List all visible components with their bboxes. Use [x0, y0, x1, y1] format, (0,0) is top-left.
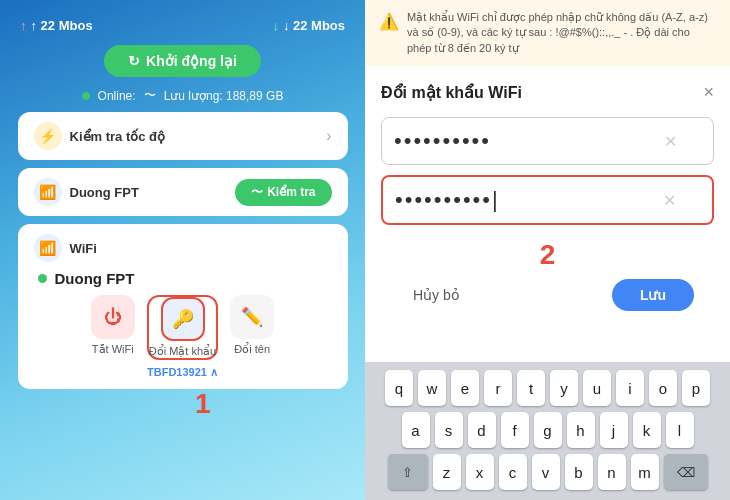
wifi-card-icon: 📶: [34, 178, 62, 206]
virtual-keyboard: q w e r t y u i o p a s d f g h j k l ⇧ …: [365, 362, 730, 500]
download-arrow-icon: ↓: [272, 18, 279, 33]
key-q[interactable]: q: [385, 370, 413, 406]
key-s[interactable]: s: [435, 412, 463, 448]
new-password-field[interactable]: ••••••••••| ✕: [381, 175, 714, 225]
key-o[interactable]: o: [649, 370, 677, 406]
storage-label: Lưu lượng: 188,89 GB: [164, 89, 284, 103]
key-l[interactable]: l: [666, 412, 694, 448]
old-password-field[interactable]: •••••••••• ✕: [381, 117, 714, 165]
keyboard-row-3: ⇧ z x c v b n m ⌫: [369, 454, 726, 490]
key-m[interactable]: m: [631, 454, 659, 490]
online-dot-icon: [82, 92, 90, 100]
main-network-name-text: Duong FPT: [55, 270, 135, 287]
wifi-label: 📶 WiFi: [34, 234, 332, 262]
main-network-name: Duong FPT: [38, 270, 332, 287]
step-2-number: 2: [381, 239, 714, 271]
new-password-clear-icon[interactable]: ✕: [663, 191, 676, 210]
edit-icon: ✏️: [230, 295, 274, 339]
right-panel: ⚠️ Mật khẩu WiFi chỉ được phép nhập chữ …: [365, 0, 730, 500]
speed-test-card[interactable]: ⚡ Kiểm tra tốc độ ›: [18, 112, 348, 160]
key-w[interactable]: w: [418, 370, 446, 406]
key-r[interactable]: r: [484, 370, 512, 406]
old-password-dots: ••••••••••: [394, 128, 664, 154]
turn-off-wifi-button[interactable]: ⏻ Tắt WiFi: [91, 295, 135, 360]
speed-test-label: Kiểm tra tốc độ: [70, 129, 166, 144]
chevron-up-icon: ∧: [210, 366, 218, 378]
speed-test-left: ⚡ Kiểm tra tốc độ: [34, 122, 166, 150]
speed-bar: ↑ ↑ 22 Mbos ↓ ↓ 22 Mbos: [0, 10, 365, 41]
key-p[interactable]: p: [682, 370, 710, 406]
key-c[interactable]: c: [499, 454, 527, 490]
dialog-title: Đổi mật khẩu WiFi: [381, 83, 522, 102]
change-password-button[interactable]: 🔑 Đổi Mật khẩu: [147, 295, 218, 360]
change-password-dialog: Đổi mật khẩu WiFi × •••••••••• ✕ •••••••…: [365, 66, 730, 362]
warning-banner: ⚠️ Mật khẩu WiFi chỉ được phép nhập chữ …: [365, 0, 730, 66]
upload-speed-value: ↑ 22 Mbos: [31, 18, 93, 33]
key-backspace[interactable]: ⌫: [664, 454, 708, 490]
key-z[interactable]: z: [433, 454, 461, 490]
card-container: ⚡ Kiểm tra tốc độ › 📶 Duong FPT 〜 Kiểm t…: [18, 112, 348, 389]
save-button[interactable]: Lưu: [612, 279, 694, 311]
wifi-section-icon: 📶: [34, 234, 62, 262]
dialog-header: Đổi mật khẩu WiFi ×: [381, 82, 714, 103]
warning-icon: ⚠️: [379, 11, 399, 33]
key-h[interactable]: h: [567, 412, 595, 448]
key-f[interactable]: f: [501, 412, 529, 448]
key-u[interactable]: u: [583, 370, 611, 406]
keyboard-row-1: q w e r t y u i o p: [369, 370, 726, 406]
change-pass-label: Đổi Mật khẩu: [149, 345, 216, 358]
key-b[interactable]: b: [565, 454, 593, 490]
key-y[interactable]: y: [550, 370, 578, 406]
chevron-right-icon: ›: [326, 127, 331, 145]
power-icon: ⏻: [91, 295, 135, 339]
change-name-label: Đổi tên: [234, 343, 270, 356]
restart-button[interactable]: ↻ Khởi động lại: [104, 45, 261, 77]
lightning-icon: ⚡: [34, 122, 62, 150]
new-password-dots: ••••••••••|: [395, 187, 663, 213]
step-1-number: 1: [195, 388, 211, 420]
close-button[interactable]: ×: [703, 82, 714, 103]
network-name-label: Duong FPT: [70, 185, 139, 200]
key-t[interactable]: t: [517, 370, 545, 406]
old-password-clear-icon[interactable]: ✕: [664, 132, 677, 151]
key-g[interactable]: g: [534, 412, 562, 448]
wave-icon: 〜: [144, 87, 156, 104]
warning-text: Mật khẩu WiFi chỉ được phép nhập chữ khô…: [407, 10, 716, 56]
device-id-text: TBFD13921: [147, 366, 207, 378]
network-card-left: 📶 Duong FPT: [34, 178, 139, 206]
upload-arrow-icon: ↑: [20, 18, 27, 33]
left-panel: ↑ ↑ 22 Mbos ↓ ↓ 22 Mbos ↻ Khởi động lại …: [0, 0, 365, 500]
check-wave-icon: 〜: [251, 184, 263, 201]
device-id: TBFD13921 ∧: [34, 366, 332, 379]
key-j[interactable]: j: [600, 412, 628, 448]
key-a[interactable]: a: [402, 412, 430, 448]
status-bar: Online: 〜 Lưu lượng: 188,89 GB: [82, 87, 284, 104]
key-i[interactable]: i: [616, 370, 644, 406]
network-card: 📶 Duong FPT 〜 Kiểm tra: [18, 168, 348, 216]
change-name-button[interactable]: ✏️ Đổi tên: [230, 295, 274, 360]
upload-speed: ↑ ↑ 22 Mbos: [20, 18, 93, 33]
green-dot-icon: [38, 274, 47, 283]
action-buttons: ⏻ Tắt WiFi 🔑 Đổi Mật khẩu ✏️ Đổi tên: [34, 295, 332, 360]
keyboard-row-2: a s d f g h j k l: [369, 412, 726, 448]
key-e[interactable]: e: [451, 370, 479, 406]
cancel-button[interactable]: Hủy bỏ: [401, 281, 472, 309]
online-label: Online:: [98, 89, 136, 103]
dialog-actions: Hủy bỏ Lưu: [381, 279, 714, 311]
key-shift[interactable]: ⇧: [388, 454, 428, 490]
restart-label: Khởi động lại: [146, 53, 237, 69]
wifi-text-label: WiFi: [70, 241, 97, 256]
key-n[interactable]: n: [598, 454, 626, 490]
key-d[interactable]: d: [468, 412, 496, 448]
off-wifi-label: Tắt WiFi: [92, 343, 134, 356]
key-x[interactable]: x: [466, 454, 494, 490]
wifi-section: 📶 WiFi Duong FPT ⏻ Tắt WiFi 🔑 Đổi Mật kh…: [18, 224, 348, 389]
key-v[interactable]: v: [532, 454, 560, 490]
key-k[interactable]: k: [633, 412, 661, 448]
download-speed: ↓ ↓ 22 Mbos: [272, 18, 345, 33]
check-network-button[interactable]: 〜 Kiểm tra: [235, 179, 331, 206]
restart-icon: ↻: [128, 53, 140, 69]
check-btn-label: Kiểm tra: [267, 185, 315, 199]
key-icon: 🔑: [161, 297, 205, 341]
download-speed-value: ↓ 22 Mbos: [283, 18, 345, 33]
